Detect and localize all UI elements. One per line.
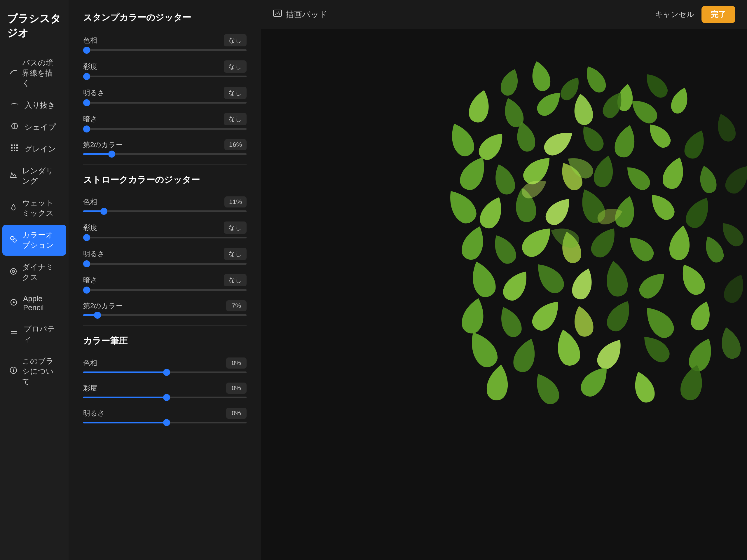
dynamics-icon <box>9 267 18 278</box>
sidebar-item-grain[interactable]: グレイン <box>2 138 66 159</box>
pressure-saturation-value: 0% <box>226 383 247 394</box>
sidebar-item-about[interactable]: i このブラシについて <box>2 351 66 392</box>
sidebar-item-applepencil[interactable]: Apple Pencil <box>2 289 66 317</box>
rendering-icon <box>9 171 18 181</box>
done-button[interactable]: 完了 <box>701 6 735 23</box>
stroke-hue-row: 色相 11% <box>83 196 247 212</box>
stroke-hue-track[interactable] <box>83 210 247 212</box>
leaves-canvas: .leaf { opacity: 0.85; } <box>261 29 747 560</box>
stroke-darkness-track[interactable] <box>83 289 247 291</box>
svg-rect-5 <box>16 145 18 146</box>
stroke-saturation-label: 彩度 <box>83 223 97 232</box>
drawing-pad-icon <box>273 9 282 20</box>
stamp-hue-row: 色相 なし <box>83 34 247 51</box>
color-pressure-title: カラー筆圧 <box>83 335 247 347</box>
pressure-brightness-row: 明るさ 0% <box>83 408 247 424</box>
stroke-secondary-color-track[interactable] <box>83 314 247 316</box>
pressure-saturation-row: 彩度 0% <box>83 383 247 398</box>
sidebar-item-stroke[interactable]: パスの境界線を描く <box>2 53 66 94</box>
stamp-brightness-row: 明るさ なし <box>83 87 247 104</box>
taper-icon <box>9 100 20 110</box>
sidebar-item-shape[interactable]: シェイプ <box>2 117 66 137</box>
stroke-saturation-value: なし <box>224 222 247 234</box>
stamp-color-jitter-title: スタンプカラーのジッター <box>83 12 247 24</box>
properties-icon <box>9 329 19 339</box>
stamp-brightness-label: 明るさ <box>83 88 105 98</box>
stamp-brightness-value: なし <box>224 87 247 99</box>
stamp-secondary-color-value: 16% <box>224 139 247 150</box>
stroke-darkness-row: 暗さ なし <box>83 274 247 291</box>
divider-2 <box>83 325 247 326</box>
stamp-secondary-color-track[interactable] <box>83 153 247 155</box>
cancel-button[interactable]: キャンセル <box>655 9 694 20</box>
settings-panel: スタンプカラーのジッター 色相 なし 彩度 なし <box>69 0 261 560</box>
coloroption-icon <box>9 235 18 246</box>
stroke-icon <box>9 68 18 78</box>
stamp-brightness-track[interactable] <box>83 102 247 104</box>
stamp-secondary-color-label: 第2のカラー <box>83 140 123 149</box>
svg-rect-10 <box>14 150 15 151</box>
stamp-darkness-track[interactable] <box>83 128 247 130</box>
sidebar-item-coloroption[interactable]: カラーオプション <box>2 225 66 256</box>
stamp-darkness-label: 暗さ <box>83 114 98 124</box>
svg-text:i: i <box>13 368 14 373</box>
sidebar-item-wetmix[interactable]: ウェットミックス <box>2 193 66 224</box>
svg-rect-6 <box>11 147 12 149</box>
svg-rect-23 <box>274 10 282 16</box>
stroke-secondary-color-label: 第2のカラー <box>83 301 123 310</box>
svg-rect-11 <box>16 150 18 151</box>
svg-rect-8 <box>16 147 18 149</box>
svg-rect-4 <box>14 145 15 146</box>
stroke-saturation-track[interactable] <box>83 237 247 238</box>
preview-header: 描画パッド キャンセル 完了 <box>261 0 747 29</box>
sidebar-item-rendering[interactable]: レンダリング <box>2 160 66 192</box>
stroke-secondary-color-row: 第2のカラー 7% <box>83 300 247 316</box>
sidebar-item-taper[interactable]: 入り抜き <box>2 95 66 116</box>
applepencil-icon <box>9 298 18 308</box>
stamp-hue-track[interactable] <box>83 49 247 51</box>
stamp-darkness-value: なし <box>224 113 247 125</box>
stamp-saturation-label: 彩度 <box>83 62 97 71</box>
sidebar: ブラシスタジオ パスの境界線を描く 入り抜き シェイプ <box>0 0 69 560</box>
stamp-saturation-row: 彩度 なし <box>83 60 247 77</box>
svg-rect-3 <box>11 145 12 146</box>
stamp-hue-label: 色相 <box>83 35 97 45</box>
sidebar-item-properties[interactable]: プロパティ <box>2 319 66 350</box>
svg-point-17 <box>13 302 15 303</box>
sidebar-item-dynamics[interactable]: ダイナミクス <box>2 257 66 288</box>
svg-point-15 <box>12 270 15 273</box>
divider-1 <box>83 164 247 164</box>
stroke-hue-value: 11% <box>224 196 247 207</box>
pressure-saturation-track[interactable] <box>83 397 247 398</box>
stroke-brightness-row: 明るさ なし <box>83 248 247 265</box>
pressure-brightness-track[interactable] <box>83 422 247 424</box>
pressure-saturation-label: 彩度 <box>83 383 97 393</box>
stroke-darkness-value: なし <box>224 274 247 286</box>
grain-icon <box>9 144 20 154</box>
stroke-color-jitter-title: ストロークカラーのジッター <box>83 174 247 186</box>
stroke-brightness-track[interactable] <box>83 263 247 265</box>
app-title: ブラシスタジオ <box>0 12 69 52</box>
pressure-brightness-value: 0% <box>226 408 247 419</box>
stroke-secondary-color-value: 7% <box>226 300 247 311</box>
stroke-hue-label: 色相 <box>83 197 97 207</box>
svg-rect-9 <box>11 150 12 151</box>
canvas-area: .leaf { opacity: 0.85; } <box>261 29 747 560</box>
stroke-saturation-row: 彩度 なし <box>83 222 247 238</box>
pressure-hue-track[interactable] <box>83 372 247 373</box>
wetmix-icon <box>9 203 18 213</box>
stroke-brightness-label: 明るさ <box>83 249 105 258</box>
svg-point-13 <box>13 239 16 242</box>
stamp-saturation-track[interactable] <box>83 76 247 77</box>
stamp-darkness-row: 暗さ なし <box>83 113 247 130</box>
shape-icon <box>9 122 20 132</box>
preview-area: 描画パッド キャンセル 完了 .leaf { opacity: 0.85; } <box>261 0 747 560</box>
main-content: スタンプカラーのジッター 色相 なし 彩度 なし <box>69 0 747 560</box>
pressure-hue-row: 色相 0% <box>83 357 247 373</box>
pressure-hue-value: 0% <box>226 357 247 368</box>
about-icon: i <box>9 366 18 377</box>
header-actions: キャンセル 完了 <box>655 6 735 23</box>
stroke-brightness-value: なし <box>224 248 247 260</box>
svg-point-14 <box>10 269 16 274</box>
stamp-hue-value: なし <box>224 34 247 46</box>
